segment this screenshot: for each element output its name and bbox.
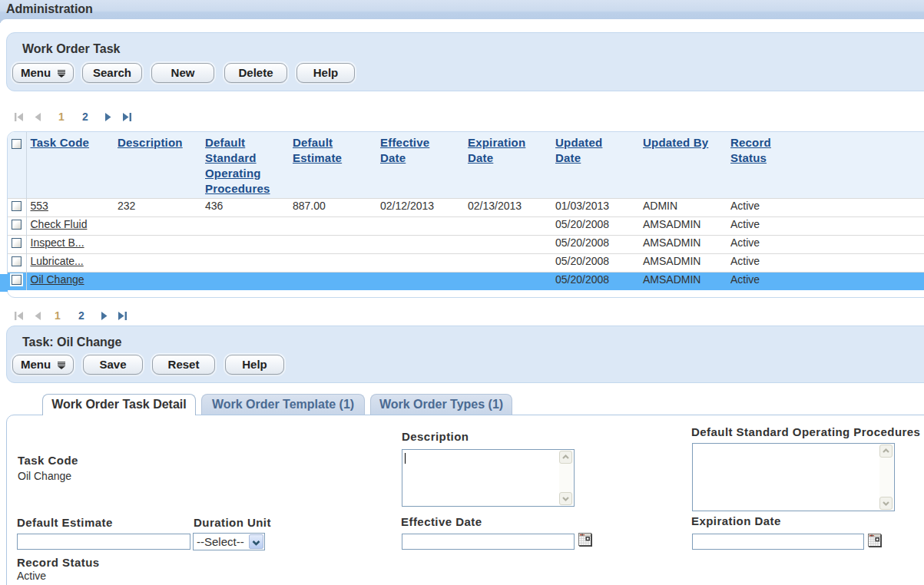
tab-work-order-types[interactable]: Work Order Types (1) — [370, 394, 512, 415]
description-label: Description — [402, 430, 469, 443]
search-button[interactable]: Search — [82, 63, 142, 83]
page-number-current[interactable]: 1 — [55, 309, 61, 322]
header-cell: Updated Date — [551, 132, 639, 199]
row-checkbox[interactable] — [12, 238, 22, 248]
tab-work-order-task-detail[interactable]: Work Order Task Detail — [42, 394, 196, 415]
last-page-icon[interactable] — [118, 310, 128, 324]
prev-page-icon[interactable] — [32, 111, 42, 125]
task-code-link[interactable]: Check Fluid — [31, 218, 88, 230]
panel-title: Task: Oil Change — [22, 335, 122, 349]
column-header-description[interactable]: Description — [118, 135, 183, 150]
delete-button[interactable]: Delete — [224, 63, 287, 83]
row-checkbox[interactable] — [12, 275, 22, 285]
cell-task-code: Inspect B... — [26, 236, 114, 254]
cell-expiration-date — [464, 217, 551, 236]
cell-expiration-date — [464, 236, 551, 254]
expiration-date-input[interactable] — [692, 534, 864, 550]
cell-record-status: Active — [727, 254, 924, 273]
cell-record-status: Active — [727, 199, 924, 217]
table-row[interactable]: Inspect B... 05/20/2008 AMSADMIN Active — [8, 236, 924, 254]
row-checkbox[interactable] — [12, 256, 22, 266]
row-checkbox[interactable] — [12, 220, 22, 230]
menu-dropdown-icon — [58, 64, 65, 83]
effective-date-label: Effective Date — [401, 515, 482, 528]
new-button[interactable]: New — [151, 63, 214, 83]
task-code-link[interactable]: Inspect B... — [31, 236, 84, 249]
textarea-scrollbar[interactable] — [559, 451, 573, 505]
effective-date-input[interactable] — [402, 534, 575, 550]
header-cell: Record Status — [727, 132, 924, 199]
cell-checkbox — [8, 217, 26, 236]
cell-checkbox — [8, 273, 26, 291]
scroll-up-button[interactable] — [559, 451, 572, 464]
dsop-textarea[interactable] — [692, 443, 895, 511]
tab-work-order-template[interactable]: Work Order Template (1) — [201, 394, 365, 415]
select-all-checkbox[interactable] — [12, 139, 22, 149]
column-header-task-code[interactable]: Task Code — [31, 135, 90, 150]
task-code-link[interactable]: 553 — [31, 200, 48, 212]
cell-expiration-date — [464, 254, 551, 273]
table-row[interactable]: Check Fluid 05/20/2008 AMSADMIN Active — [8, 217, 924, 236]
column-header-updated-by[interactable]: Updated By — [643, 135, 708, 150]
header-cell: Description — [114, 132, 201, 199]
last-page-icon[interactable] — [122, 111, 132, 125]
next-page-icon[interactable] — [104, 111, 114, 125]
first-page-icon[interactable] — [14, 111, 24, 125]
page-number-link[interactable]: 2 — [82, 111, 88, 123]
dsop-label: Default Standard Operating Procedures — [691, 425, 920, 438]
results-table-container: Task Code Description Default Standard O… — [7, 131, 924, 298]
first-page-icon[interactable] — [14, 310, 24, 324]
panel-title: Work Order Task — [22, 42, 120, 56]
table-row[interactable]: Lubricate... 05/20/2008 AMSADMIN Active — [8, 254, 924, 273]
page-number-link[interactable]: 2 — [78, 309, 84, 322]
default-estimate-input[interactable] — [17, 534, 190, 550]
help-button[interactable]: Help — [296, 63, 355, 83]
column-header-record-status[interactable]: Record Status — [730, 135, 801, 166]
effective-date-calendar-icon[interactable] — [578, 533, 593, 546]
prev-page-icon[interactable] — [32, 310, 42, 324]
scroll-up-button[interactable] — [879, 445, 893, 458]
cell-record-status: Active — [727, 217, 924, 236]
header-cell: Default Estimate — [289, 132, 376, 199]
scroll-down-button[interactable] — [879, 497, 893, 510]
next-page-icon[interactable] — [100, 310, 110, 324]
menu-button[interactable]: Menu — [12, 355, 74, 375]
cell-dsop — [201, 236, 289, 254]
column-header-effective-date[interactable]: Effective Date — [380, 135, 451, 166]
duration-unit-label: Duration Unit — [194, 516, 271, 529]
duration-unit-selected-value: --Select-- — [197, 535, 244, 548]
page-number-current[interactable]: 1 — [58, 111, 65, 123]
cell-updated-by: AMSADMIN — [639, 236, 727, 254]
cell-updated-by: AMSADMIN — [639, 273, 727, 291]
description-textarea[interactable] — [402, 449, 575, 507]
cell-description — [114, 254, 201, 273]
cell-updated-date: 05/20/2008 — [551, 236, 639, 254]
select-dropdown-button[interactable] — [249, 534, 263, 549]
cell-task-code: 553 — [26, 199, 114, 217]
textarea-scrollbar[interactable] — [879, 445, 893, 510]
help-button[interactable]: Help — [225, 355, 284, 375]
header-cell: Updated By — [639, 132, 727, 199]
task-code-link[interactable]: Lubricate... — [31, 255, 84, 267]
cell-default-estimate — [289, 236, 376, 254]
scroll-down-button[interactable] — [559, 492, 572, 505]
cell-task-code: Check Fluid — [26, 217, 114, 236]
reset-button[interactable]: Reset — [152, 355, 215, 375]
column-header-dsop[interactable]: Default Standard Operating Procedures — [205, 135, 276, 197]
row-checkbox[interactable] — [12, 201, 22, 211]
menu-button[interactable]: Menu — [12, 63, 74, 83]
table-row[interactable]: 553 232 436 887.00 02/12/2013 02/13/2013… — [8, 199, 924, 217]
cell-dsop — [201, 217, 289, 236]
column-header-updated-date[interactable]: Updated Date — [555, 135, 626, 166]
duration-unit-select[interactable]: --Select-- — [193, 533, 265, 550]
save-button[interactable]: Save — [83, 355, 143, 375]
table-row-selected[interactable]: Oil Change 05/20/2008 AMSADMIN Active — [8, 273, 924, 291]
cell-task-code: Oil Change — [26, 273, 114, 291]
header-row: Task Code Description Default Standard O… — [8, 132, 924, 199]
expiration-date-calendar-icon[interactable] — [868, 534, 883, 547]
task-code-label: Task Code — [18, 454, 78, 467]
cell-dsop: 436 — [201, 199, 289, 217]
column-header-default-estimate[interactable]: Default Estimate — [293, 135, 363, 166]
task-code-link[interactable]: Oil Change — [31, 273, 84, 286]
column-header-expiration-date[interactable]: Expiration Date — [468, 135, 538, 166]
